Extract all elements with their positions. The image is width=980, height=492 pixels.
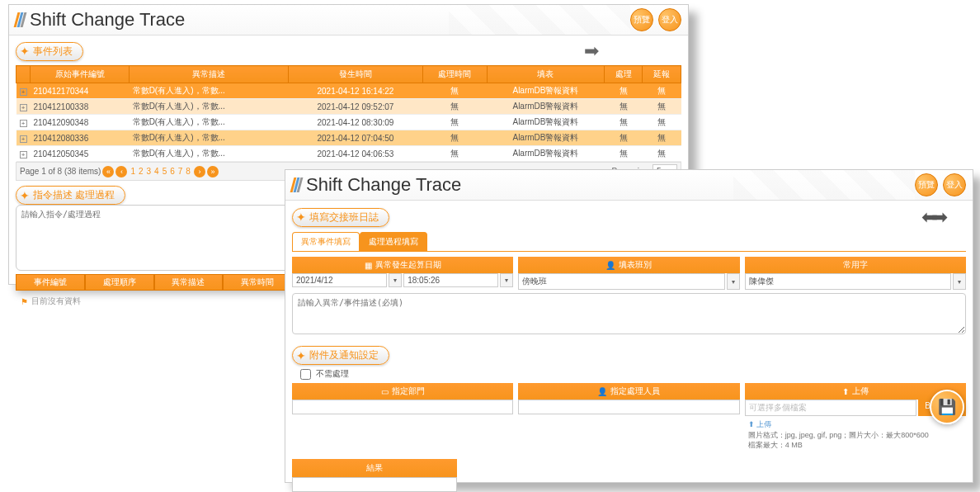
no-process-label: 不需處理 <box>316 368 349 380</box>
expand-icon[interactable]: + <box>20 120 27 127</box>
pager-prev-icon[interactable]: ‹ <box>115 166 127 177</box>
titlebar: Shift Change Trace 預覽 登入 <box>285 170 973 201</box>
abnormal-time-input[interactable]: 18:05:26 <box>403 273 498 287</box>
result-output <box>292 477 457 492</box>
pager-page[interactable]: 4 <box>153 167 161 176</box>
dept-icon: ▭ <box>381 387 389 396</box>
app-title: Shift Change Trace <box>306 174 461 196</box>
pager-last-icon[interactable]: » <box>207 166 219 177</box>
save-fab[interactable]: 💾 <box>930 390 964 424</box>
tab-abnormal-event[interactable]: 異常事件填寫 <box>292 232 360 251</box>
expand-icon[interactable]: + <box>20 135 27 143</box>
mini-header: 處理順序 <box>85 274 154 291</box>
login-button[interactable]: 登入 <box>943 173 966 196</box>
table-row[interactable]: +210412080336常數D(有人進入)，常數...2021-04-12 0… <box>16 130 681 146</box>
pager-page[interactable]: 3 <box>145 167 153 176</box>
mini-header: 異常描述 <box>154 274 224 291</box>
star-icon: ✦ <box>20 45 30 58</box>
pager-page[interactable]: 5 <box>161 167 169 176</box>
table-header: 填表 <box>488 66 604 83</box>
events-table: 原始事件編號異常描述發生時間處理時間填表處理延報 +210412170344常數… <box>16 65 681 162</box>
shift-head: 填表班別 <box>619 259 652 271</box>
pager-next-icon[interactable]: › <box>194 166 205 177</box>
expand-icon[interactable]: + <box>20 104 27 111</box>
instruction-pill[interactable]: ✦指令描述 處理過程 <box>16 186 125 205</box>
upload-note: ⬆ 上傳 圖片格式：jpg, jpeg, gif, png；圖片大小：最大800… <box>745 416 966 454</box>
logo-icon <box>292 177 301 192</box>
table-row[interactable]: +210412100338常數D(有人進入)，常數...2021-04-12 0… <box>16 99 681 115</box>
table-row[interactable]: +210412170344常數D(有人進入)，常數...2021-04-12 1… <box>16 83 681 99</box>
logo-icon <box>16 12 25 27</box>
table-header: 處理 <box>604 66 643 83</box>
calendar-icon: ▦ <box>365 261 372 270</box>
dept-head: 指定部門 <box>392 386 425 397</box>
abnormal-desc-textarea[interactable] <box>292 293 966 334</box>
pager-page[interactable]: 1 <box>129 167 137 176</box>
login-button[interactable]: 登入 <box>658 8 681 31</box>
no-process-checkbox[interactable] <box>300 369 311 380</box>
preview-button[interactable]: 預覽 <box>915 173 938 196</box>
expand-icon[interactable]: + <box>20 151 27 158</box>
upload-link[interactable]: ⬆ 上傳 <box>748 420 772 428</box>
abnormal-date-input[interactable]: 2021/4/12 <box>292 273 387 287</box>
common-word-select[interactable]: 陳偉傑 <box>745 273 951 290</box>
title-decoration <box>449 5 630 35</box>
arrow-right-icon[interactable]: ➡ <box>584 40 599 62</box>
table-header: 延報 <box>643 66 681 83</box>
table-row[interactable]: +210412090348常數D(有人進入)，常數...2021-04-12 0… <box>16 115 681 130</box>
chevron-down-icon[interactable]: ▾ <box>500 273 513 287</box>
table-header: 發生時間 <box>289 66 422 83</box>
titlebar: Shift Change Trace 預覽 登入 <box>9 5 688 35</box>
event-list-pill[interactable]: ✦ 事件列表 <box>16 42 83 61</box>
arrow-bidirectional-icon[interactable]: ⬅➡ <box>921 206 941 229</box>
expand-icon[interactable]: + <box>20 88 27 96</box>
mini-header: 事件編號 <box>16 274 85 291</box>
pager-first-icon[interactable]: « <box>102 166 114 177</box>
abnormal-date-head: 異常發生起算日期 <box>375 259 441 271</box>
dept-input[interactable] <box>292 400 513 414</box>
chevron-down-icon[interactable]: ▾ <box>953 273 966 290</box>
person-icon: 👤 <box>597 387 607 396</box>
pager-page[interactable]: 6 <box>168 167 177 176</box>
table-header: 處理時間 <box>422 66 488 83</box>
preview-button[interactable]: 預覽 <box>630 8 653 31</box>
flag-icon: ⚑ <box>21 297 28 306</box>
shift-select[interactable]: 傍晚班 <box>518 273 724 290</box>
upload-input[interactable]: 可選擇多個檔案 <box>745 400 917 416</box>
pager-page[interactable]: 2 <box>137 167 145 176</box>
pager-page[interactable]: 8 <box>184 167 192 176</box>
table-header: 異常描述 <box>130 66 289 83</box>
upload-head: 上傳 <box>852 386 869 397</box>
attachment-pill[interactable]: ✦附件及通知設定 <box>292 346 389 365</box>
chevron-down-icon[interactable]: ▾ <box>727 273 740 290</box>
mini-table-empty: ⚑目前沒有資料 <box>16 291 292 312</box>
chevron-down-icon[interactable]: ▾ <box>389 273 402 287</box>
result-button[interactable]: 結果 <box>292 459 457 477</box>
upload-icon: ⬆ <box>842 387 849 396</box>
pager-page[interactable]: 7 <box>177 167 185 176</box>
tab-process-fill[interactable]: 處理過程填寫 <box>360 232 427 251</box>
fill-log-pill[interactable]: ✦填寫交接班日誌 <box>292 208 389 227</box>
table-row[interactable]: +210412050345常數D(有人進入)，常數...2021-04-12 0… <box>16 146 681 162</box>
window-shift-log: Shift Change Trace 預覽 登入 ✦填寫交接班日誌 ⬅➡ 異常事… <box>285 169 973 483</box>
table-header: 原始事件編號 <box>31 66 130 83</box>
common-word-head: 常用字 <box>843 259 868 271</box>
handler-head: 指定處理人員 <box>610 386 660 397</box>
pager-status: Page 1 of 8 (38 items) <box>20 167 101 176</box>
handler-input[interactable] <box>518 400 739 414</box>
instruction-textarea[interactable] <box>16 205 292 271</box>
mini-header: 異常時間 <box>223 274 292 291</box>
app-title: Shift Change Trace <box>30 9 185 31</box>
title-decoration <box>733 170 915 200</box>
person-icon: 👤 <box>605 261 615 270</box>
tabs: 異常事件填寫 處理過程填寫 <box>292 232 966 252</box>
